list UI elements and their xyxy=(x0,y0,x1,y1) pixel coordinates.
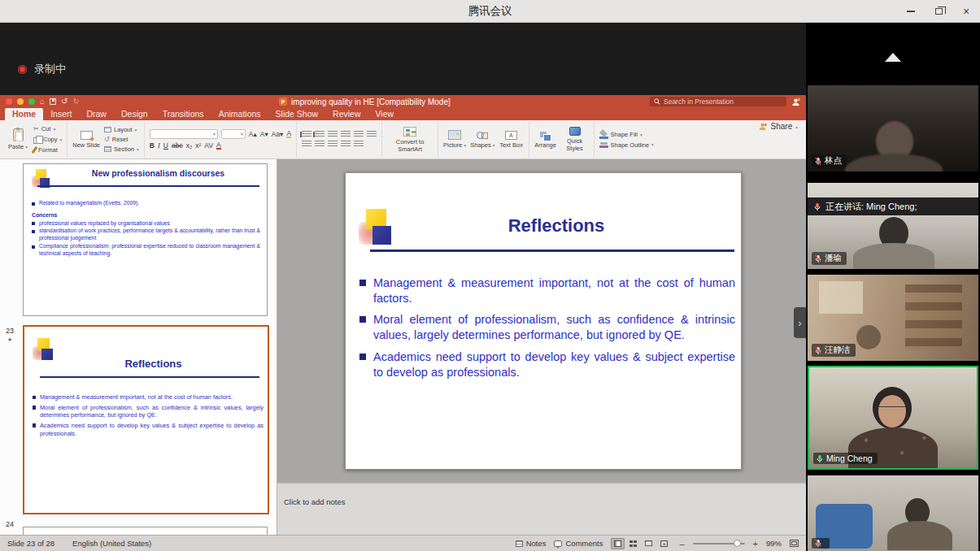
slide-editor-area: Reflections Management & measurement imp… xyxy=(277,159,806,482)
shapes-button[interactable]: Shapes ▾ xyxy=(470,130,494,149)
format-painter-button[interactable]: Format xyxy=(33,146,62,154)
highlight-color-icon[interactable]: A xyxy=(286,130,291,139)
columns-icon[interactable] xyxy=(354,141,364,148)
save-icon[interactable] xyxy=(50,98,56,105)
zoom-in-button[interactable]: + xyxy=(753,539,758,549)
comments-icon xyxy=(554,540,562,547)
video-tile[interactable]: 潘瑜 xyxy=(808,183,978,269)
tab-slide-show[interactable]: Slide Show xyxy=(268,108,326,120)
change-case-icon[interactable]: Aa▾ xyxy=(272,131,284,138)
comments-toggle-button[interactable]: Comments xyxy=(554,539,603,548)
tab-review[interactable]: Review xyxy=(325,108,368,120)
normal-view-icon xyxy=(614,540,621,547)
collapse-panel-button[interactable] xyxy=(806,49,980,65)
reading-view-button[interactable] xyxy=(642,538,656,549)
shape-fill-button[interactable]: Shape Fill▾ xyxy=(599,130,654,139)
shape-fill-label: Shape Fill xyxy=(611,131,638,138)
text-direction-icon[interactable] xyxy=(367,131,377,138)
panel-expand-button[interactable]: › xyxy=(794,307,806,338)
tab-design[interactable]: Design xyxy=(114,108,155,120)
strikethrough-button[interactable]: abc xyxy=(172,142,183,150)
share-button[interactable]: Share ▴ xyxy=(759,122,798,131)
video-tile[interactable]: 林点 xyxy=(808,85,978,171)
character-spacing-button[interactable]: AV xyxy=(204,142,213,150)
increase-indent-icon[interactable] xyxy=(341,131,351,138)
search-input[interactable]: Search in Presentation xyxy=(650,97,786,106)
smartart-icon xyxy=(403,127,416,137)
align-left-icon[interactable] xyxy=(302,141,311,148)
undo-icon[interactable]: ↺ xyxy=(61,98,68,106)
tab-transitions[interactable]: Transitions xyxy=(155,108,211,120)
bullet-list-icon[interactable] xyxy=(302,131,311,138)
zoom-slider-thumb[interactable] xyxy=(734,540,741,547)
slide-sorter-view-button[interactable] xyxy=(626,538,640,549)
shape-outline-label: Shape Outline xyxy=(611,141,650,149)
align-center-icon[interactable] xyxy=(315,141,324,148)
restore-button[interactable] xyxy=(925,0,952,23)
picture-button[interactable]: Picture ▾ xyxy=(443,130,466,149)
tab-home[interactable]: Home xyxy=(5,108,43,120)
convert-smartart-button[interactable]: Convert to SmartArt xyxy=(387,127,433,153)
align-right-icon[interactable] xyxy=(328,141,338,148)
quick-styles-button[interactable]: Quick Styles xyxy=(561,127,589,152)
underline-button[interactable]: U xyxy=(163,142,168,150)
section-button[interactable]: Section▾ xyxy=(104,145,139,153)
notes-toggle-button[interactable]: Notes xyxy=(516,539,547,548)
paste-label: Paste xyxy=(8,143,24,150)
video-tile[interactable]: 汪静洁 xyxy=(808,275,978,361)
slide-canvas[interactable]: Reflections Management & measurement imp… xyxy=(345,172,742,470)
grow-font-icon[interactable]: A▴ xyxy=(249,131,257,138)
tab-insert[interactable]: Insert xyxy=(43,108,79,120)
account-icon[interactable] xyxy=(791,98,800,106)
cut-button[interactable]: ✂Cut▾ xyxy=(33,125,62,132)
arrange-button[interactable]: Arrange xyxy=(534,131,557,149)
minimize-button[interactable] xyxy=(897,0,925,23)
decrease-indent-icon[interactable] xyxy=(328,131,338,138)
tab-draw[interactable]: Draw xyxy=(79,108,114,120)
restore-icon xyxy=(935,8,943,15)
numbered-list-icon[interactable] xyxy=(315,131,324,138)
redo-icon[interactable]: ↻ xyxy=(72,98,79,106)
close-button[interactable]: × xyxy=(952,0,980,23)
tab-animations[interactable]: Animations xyxy=(211,108,268,120)
paste-button[interactable]: Paste ▾ xyxy=(7,128,29,150)
font-size-combo[interactable]: ▾ xyxy=(221,129,246,139)
tab-view[interactable]: View xyxy=(368,108,402,120)
thumbnail-slide-23-selected[interactable]: Reflections Management & measurement imp… xyxy=(23,325,269,514)
zoom-level-label[interactable]: 99% xyxy=(766,539,782,548)
mac-minimize-button[interactable] xyxy=(17,98,24,105)
normal-view-button[interactable] xyxy=(611,538,625,549)
video-tile-active-speaker[interactable]: Ming Cheng xyxy=(808,366,978,470)
language-label[interactable]: English (United States) xyxy=(72,539,151,548)
superscript-button[interactable]: x² xyxy=(195,142,201,150)
line-spacing-icon[interactable] xyxy=(354,131,364,138)
mac-zoom-button[interactable] xyxy=(28,98,35,105)
layout-button[interactable]: Layout▾ xyxy=(104,126,139,133)
font-name-combo[interactable]: ▾ xyxy=(150,129,218,139)
slide-body-text: Management & measurement important, not … xyxy=(359,276,735,386)
italic-button[interactable]: I xyxy=(158,142,160,150)
zoom-out-button[interactable]: – xyxy=(679,539,684,549)
new-slide-label: New Slide xyxy=(72,141,100,149)
home-icon[interactable]: ⌂ xyxy=(40,98,45,106)
text-box-button[interactable]: Text Box xyxy=(499,131,524,149)
zoom-slider[interactable] xyxy=(693,543,745,544)
new-slide-button[interactable]: New Slide xyxy=(72,131,100,149)
copy-button[interactable]: Copy▾ xyxy=(33,135,62,144)
bold-button[interactable]: B xyxy=(150,142,155,150)
thumbnail-slide-22[interactable]: New professionalism discourses Related t… xyxy=(23,163,268,316)
shape-outline-button[interactable]: Shape Outline▾ xyxy=(599,141,654,149)
fit-to-window-button[interactable] xyxy=(790,540,799,547)
shrink-font-icon[interactable]: A▾ xyxy=(260,131,268,138)
justify-icon[interactable] xyxy=(341,141,351,148)
video-tile[interactable] xyxy=(808,475,978,551)
chevron-up-icon xyxy=(885,53,901,62)
slide-bullet: Management & measurement important, not … xyxy=(359,276,735,306)
mac-close-button[interactable] xyxy=(6,98,12,105)
notes-pane[interactable]: Click to add notes xyxy=(277,482,806,535)
thumbnail-slide-24[interactable] xyxy=(23,527,268,535)
reset-button[interactable]: ↺Reset xyxy=(104,136,139,143)
slideshow-view-button[interactable]: ▸ xyxy=(657,538,671,549)
font-color-button[interactable]: A xyxy=(216,141,221,150)
subscript-button[interactable]: x₂ xyxy=(186,142,193,150)
